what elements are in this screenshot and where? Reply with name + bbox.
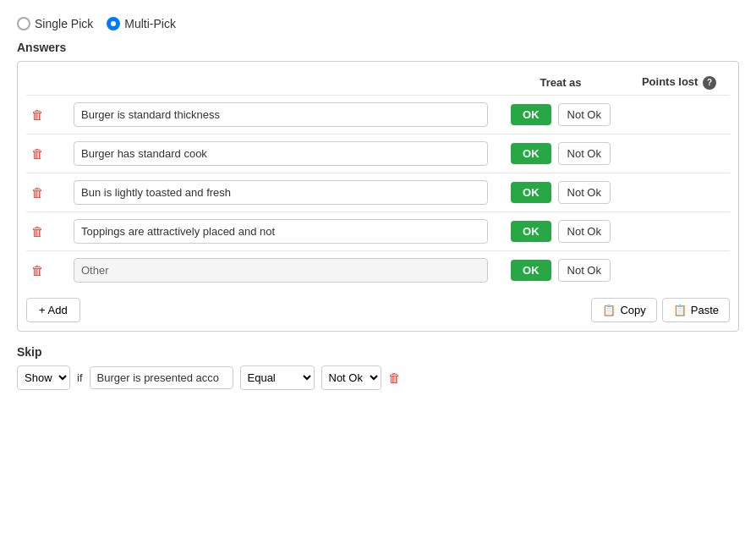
treat-cell: OK Not Ok xyxy=(498,103,623,126)
not-ok-button[interactable]: Not Ok xyxy=(558,259,611,282)
ok-button[interactable]: OK xyxy=(511,260,551,281)
ok-button[interactable]: OK xyxy=(511,221,551,242)
delete-row-icon[interactable]: 🗑 xyxy=(31,146,44,161)
skip-label: Skip xyxy=(17,345,739,359)
single-pick-option[interactable]: Single Pick xyxy=(17,17,93,30)
not-ok-button[interactable]: Not Ok xyxy=(558,181,611,204)
value-select[interactable]: OK Not Ok xyxy=(321,365,381,390)
copy-button[interactable]: 📋 Copy xyxy=(591,298,656,322)
not-ok-button[interactable]: Not Ok xyxy=(558,103,611,126)
delete-row-icon[interactable]: 🗑 xyxy=(31,185,44,200)
delete-row-icon[interactable]: 🗑 xyxy=(31,224,44,239)
answer-input[interactable] xyxy=(74,180,488,205)
multi-pick-label: Multi-Pick xyxy=(124,17,176,30)
skip-delete-icon[interactable]: 🗑 xyxy=(388,371,401,385)
answer-input[interactable] xyxy=(74,102,488,127)
pick-options-row: Single Pick Multi-Pick xyxy=(17,17,739,30)
ok-button[interactable]: OK xyxy=(511,143,551,164)
table-row: 🗑 OK Not Ok xyxy=(26,212,730,250)
paste-button-label: Paste xyxy=(691,304,719,316)
ok-button[interactable]: OK xyxy=(511,104,551,125)
col-header-answer xyxy=(68,70,493,95)
skip-row: Show if Equal Not Equal Contains OK Not … xyxy=(17,365,739,390)
answers-section-label: Answers xyxy=(17,41,739,54)
show-select[interactable]: Show xyxy=(17,365,70,390)
table-row: 🗑 OK Not Ok xyxy=(26,95,730,134)
add-button-label: + Add xyxy=(39,304,68,316)
answer-input[interactable] xyxy=(74,258,488,283)
answer-input[interactable] xyxy=(74,141,488,166)
not-ok-button[interactable]: Not Ok xyxy=(558,220,611,243)
table-row: 🗑 OK Not Ok xyxy=(26,134,730,173)
copy-button-label: Copy xyxy=(620,304,645,316)
paste-icon: 📋 xyxy=(673,304,687,316)
answer-input[interactable] xyxy=(74,219,488,244)
points-lost-cell xyxy=(628,95,730,134)
col-header-delete xyxy=(26,70,68,95)
delete-row-icon[interactable]: 🗑 xyxy=(31,263,44,277)
paste-button[interactable]: 📋 Paste xyxy=(662,298,730,322)
points-help-icon[interactable]: ? xyxy=(703,76,716,90)
points-lost-cell xyxy=(628,250,730,289)
table-row: 🗑 OK Not Ok xyxy=(26,250,730,289)
equal-select[interactable]: Equal Not Equal Contains xyxy=(240,365,315,390)
add-button[interactable]: + Add xyxy=(26,298,80,322)
skip-section: Skip Show if Equal Not Equal Contains OK… xyxy=(17,345,739,390)
multi-pick-option[interactable]: Multi-Pick xyxy=(107,17,176,30)
col-header-treat: Treat as xyxy=(493,70,628,95)
multi-pick-radio[interactable] xyxy=(107,17,120,30)
table-footer: + Add 📋 Copy 📋 Paste xyxy=(26,298,730,322)
points-lost-cell xyxy=(628,134,730,173)
ok-button[interactable]: OK xyxy=(511,182,551,203)
single-pick-radio[interactable] xyxy=(17,17,30,30)
col-header-points: Points lost ? xyxy=(628,70,730,95)
table-row: 🗑 OK Not Ok xyxy=(26,173,730,212)
copy-icon: 📋 xyxy=(602,304,616,316)
points-lost-cell xyxy=(628,212,730,250)
condition-input[interactable] xyxy=(90,366,233,389)
treat-cell: OK Not Ok xyxy=(498,220,623,243)
points-lost-cell xyxy=(628,173,730,212)
answers-container: Treat as Points lost ? 🗑 OK Not Ok xyxy=(17,61,739,332)
delete-row-icon[interactable]: 🗑 xyxy=(31,107,44,122)
treat-cell: OK Not Ok xyxy=(498,181,623,204)
not-ok-button[interactable]: Not Ok xyxy=(558,142,611,165)
treat-cell: OK Not Ok xyxy=(498,142,623,165)
answers-table: Treat as Points lost ? 🗑 OK Not Ok xyxy=(26,70,730,289)
treat-cell: OK Not Ok xyxy=(498,259,623,282)
single-pick-label: Single Pick xyxy=(35,17,93,30)
footer-right: 📋 Copy 📋 Paste xyxy=(591,298,730,322)
if-label: if xyxy=(77,371,83,384)
